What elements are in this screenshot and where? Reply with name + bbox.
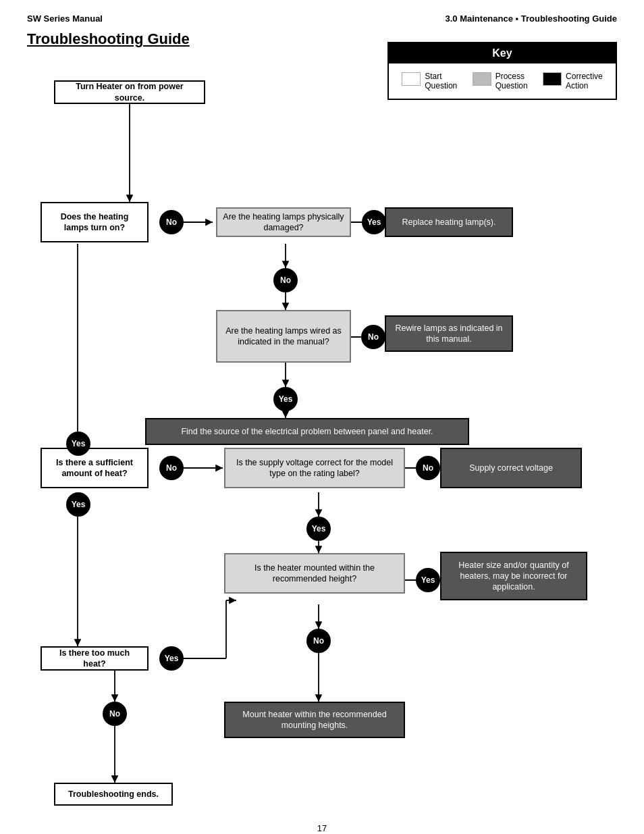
circle-yes-4: Yes: [416, 568, 440, 592]
box-mounted: Is the heater mounted within the recomme…: [224, 553, 405, 594]
box-find-source: Find the source of the electrical proble…: [145, 418, 469, 445]
box-does-lamps: Does the heating lamps turn on?: [41, 202, 149, 242]
box-troubleshooting-ends: Troubleshooting ends.: [54, 783, 173, 806]
page-number: 17: [27, 823, 617, 833]
header-right: 3.0 Maintenance • Troubleshooting Guide: [445, 14, 617, 24]
circle-no-3: No: [361, 325, 385, 349]
circle-yes-left-2: Yes: [66, 492, 90, 517]
circle-no-2: No: [273, 268, 298, 292]
box-lamps-wired: Are the heating lamps wired as indicated…: [216, 310, 351, 363]
box-mount-heater: Mount heater within the recommended moun…: [224, 702, 405, 738]
header-section-num: 3.0: [445, 14, 457, 24]
circle-no-1: No: [159, 210, 184, 234]
box-rewire: Rewire lamps as indicated in this manual…: [385, 315, 513, 352]
circle-no-7: No: [103, 702, 127, 726]
circle-no-4: No: [159, 456, 184, 480]
circle-no-5: No: [416, 456, 440, 480]
box-too-much-heat: Is there too much heat?: [41, 646, 149, 671]
box-supply-voltage: Supply correct voltage: [440, 448, 582, 488]
header-section-name: Maintenance: [460, 14, 513, 24]
circle-yes-1: Yes: [362, 210, 386, 234]
header-section-suffix: • Troubleshooting Guide: [516, 14, 617, 24]
circle-yes-3: Yes: [306, 517, 331, 541]
circle-yes-2: Yes: [273, 387, 298, 411]
header: SW Series Manual 3.0 Maintenance • Troub…: [27, 14, 617, 24]
page-title: Troubleshooting Guide: [27, 30, 190, 48]
key-title: Key: [389, 43, 616, 63]
header-left: SW Series Manual: [27, 14, 103, 24]
flowchart: Turn Heater on from power source. Does t…: [27, 67, 617, 810]
box-replace-lamps: Replace heating lamp(s).: [385, 207, 513, 237]
circle-yes-left-1: Yes: [66, 432, 90, 456]
circle-no-6: No: [306, 629, 331, 653]
box-heater-size: Heater size and/or quantity of heaters, …: [440, 552, 587, 600]
box-lamps-damaged: Are the heating lamps physically damaged…: [216, 207, 351, 237]
circle-yes-5: Yes: [159, 646, 184, 671]
box-voltage-correct: Is the supply voltage correct for the mo…: [224, 448, 405, 488]
box-turn-heater: Turn Heater on from power source.: [54, 80, 205, 104]
box-sufficient-heat: Is there a sufficient amount of heat?: [41, 448, 149, 488]
